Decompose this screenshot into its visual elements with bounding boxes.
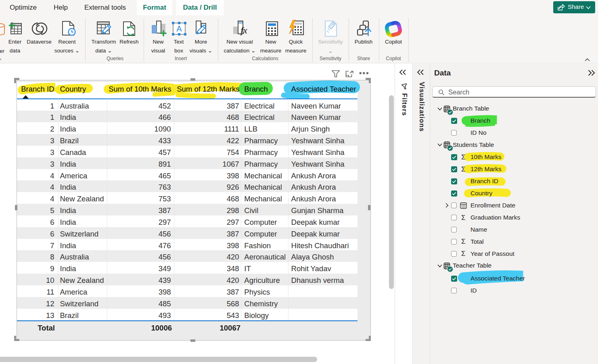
svg-text:fx: fx bbox=[240, 25, 247, 36]
svg-text:A: A bbox=[176, 24, 182, 33]
